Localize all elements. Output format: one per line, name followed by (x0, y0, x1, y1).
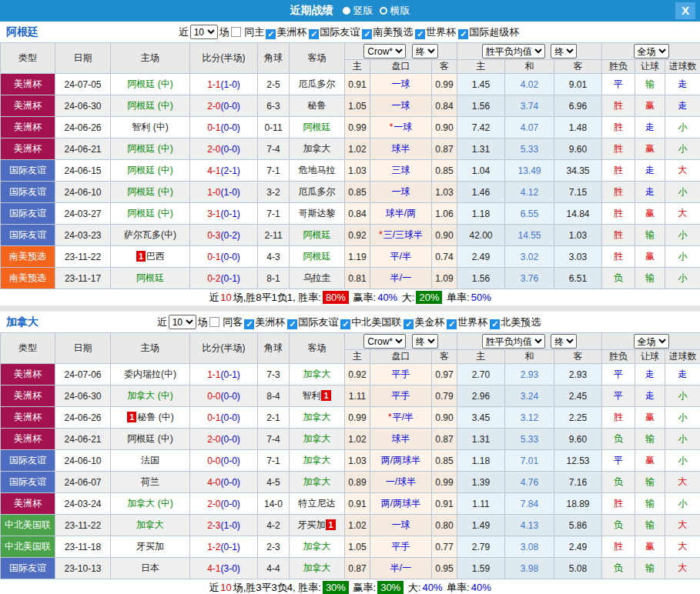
fulltime-score: 1-0 (207, 187, 220, 198)
odds-final-select[interactable]: 终 (412, 334, 438, 349)
recent-count-select[interactable]: 10 (190, 25, 218, 39)
home-team-name: 阿根廷 (中) (127, 143, 172, 154)
league-filter-label: 中北美国联 (351, 316, 401, 328)
mean-home-cell: 1.56 (457, 95, 505, 117)
summary-segment: 40% (471, 582, 491, 593)
league-filter[interactable]: ✓中北美国联 (340, 316, 401, 328)
mean-select[interactable]: 胜平负均值 (482, 334, 545, 349)
recent-label: 近 (179, 25, 189, 39)
fullmatch-group-header: 全场 (602, 43, 700, 60)
match-row: 南美预选23-11-221巴西0-1(0-0)4-3阿根廷1.19平/半0.74… (1, 246, 700, 268)
fullmatch-select[interactable]: 全场 (634, 44, 669, 58)
away-odds-cell: 0.85 (432, 160, 457, 182)
vertical-layout-radio[interactable] (343, 7, 350, 15)
summary-segment: 20% (416, 291, 442, 304)
summary-segment: 30% (377, 581, 404, 594)
checkbox-checked-icon[interactable]: ✓ (266, 29, 276, 39)
same-venue-filter[interactable]: 同主 (231, 25, 265, 39)
checkbox-checked-icon[interactable]: ✓ (415, 29, 425, 39)
league-filter-label: 世界杯 (457, 316, 487, 328)
home-team-cell: 1秘鲁 (中) (111, 407, 190, 429)
league-filter[interactable]: ✓美金杯 (404, 316, 444, 328)
halftime-score: (0-0) (221, 122, 240, 133)
checkbox-checked-icon[interactable]: ✓ (362, 29, 372, 39)
handicap-result-cell: 走 (635, 385, 665, 407)
away-team-name: 加拿大 (303, 412, 331, 422)
home-team-name: 日本 (141, 562, 159, 573)
away-odds-cell: 1.09 (432, 268, 457, 289)
home-team-name: 加拿大 (中) (127, 390, 172, 401)
bookmaker-select[interactable]: Crow* (363, 334, 406, 349)
away-team-cell: 加拿大 (290, 472, 345, 493)
league-filter[interactable]: ✓美洲杯 (244, 316, 285, 328)
result-cell: 胜 (602, 203, 635, 225)
checkbox-checked-icon[interactable]: ✓ (447, 319, 457, 329)
fullmatch-select[interactable]: 全场 (634, 334, 669, 349)
league-filter[interactable]: ✓世界杯 (415, 26, 456, 38)
league-filter[interactable]: ✓美洲杯 (266, 26, 306, 38)
fulltime-score: 2-0 (207, 499, 220, 509)
team-section: 加拿大 近 10 场 同客 ✓美洲杯✓国际友谊✓中北美国联✓美金杯✓世界杯✓北美… (0, 312, 700, 594)
same-venue-filter[interactable]: 同客 (209, 315, 243, 329)
league-filter[interactable]: ✓南美预选 (362, 26, 413, 38)
league-filter[interactable]: ✓北美预选 (490, 316, 541, 328)
checkbox-icon[interactable] (209, 317, 219, 327)
checkbox-checked-icon[interactable]: ✓ (490, 319, 500, 329)
league-filter[interactable]: ✓国际友谊 (309, 26, 360, 38)
home-odds-cell: 1.11 (345, 385, 370, 407)
mean-away-cell: 14.84 (554, 203, 602, 225)
vertical-layout-label[interactable]: 竖版 (353, 4, 373, 18)
goals-result-cell: 小 (665, 117, 700, 138)
mean-select[interactable]: 胜平负均值 (482, 44, 545, 58)
match-row: 美洲杯24-03-24加拿大 (中)2-0(0-0)14-0特立尼达0.91两/… (1, 493, 700, 515)
away-team-name: 加拿大 (303, 541, 331, 552)
handicap-cell: 平手 (370, 536, 432, 558)
checkbox-checked-icon[interactable]: ✓ (309, 29, 319, 39)
fulltime-score: 4-1 (207, 165, 220, 176)
home-team-name: 阿根廷 (中) (127, 78, 172, 89)
close-button[interactable]: X (675, 2, 695, 19)
mean-away-cell: 7.16 (554, 472, 602, 493)
page-title: 近期战绩 (290, 4, 333, 18)
checkbox-checked-icon[interactable]: ✓ (404, 319, 414, 329)
handicap-result-cell: 输 (635, 225, 665, 246)
goals-result-cell: 小 (665, 246, 700, 268)
score-cell: 4-0(0-0) (190, 472, 258, 493)
league-filter[interactable]: ✓国际超级杯 (458, 26, 519, 38)
away-odds-cell: 0.74 (432, 246, 457, 268)
match-type-badge: 美洲杯 (1, 364, 55, 385)
horizontal-layout-radio[interactable] (380, 7, 387, 15)
mean-home-cell: 1.56 (457, 268, 505, 289)
goals-result-cell: 小 (665, 225, 700, 246)
checkbox-checked-icon[interactable]: ✓ (458, 29, 468, 39)
checkbox-checked-icon[interactable]: ✓ (244, 319, 254, 329)
checkbox-checked-icon[interactable]: ✓ (340, 319, 350, 329)
league-filter[interactable]: ✓世界杯 (447, 316, 487, 328)
match-row: 美洲杯24-06-26智利 (中)0-1(0-0)0-11阿根廷0.99*一球0… (1, 117, 700, 138)
match-type-badge: 美洲杯 (1, 138, 55, 160)
league-filter[interactable]: ✓国际友谊 (287, 316, 338, 328)
checkbox-icon[interactable] (231, 27, 241, 37)
home-team-name: 阿根廷 (中) (127, 100, 172, 111)
summary-segment: 30% (323, 581, 349, 594)
mean-away-cell: 2.49 (554, 536, 602, 558)
handicap-result-cell: 走 (635, 117, 665, 138)
horizontal-layout-label[interactable]: 横版 (390, 4, 410, 18)
bookmaker-select[interactable]: Crow* (363, 44, 406, 58)
checkbox-checked-icon[interactable]: ✓ (287, 319, 297, 329)
sub-header-mean-away: 客 (554, 350, 602, 364)
odds-final-select[interactable]: 终 (412, 44, 438, 58)
mean-final-select[interactable]: 终 (551, 44, 577, 58)
handicap-cell: 平手 (370, 385, 432, 407)
handicap-result-cell: 输 (635, 472, 665, 493)
fulltime-score: 0-0 (207, 391, 220, 402)
away-team-cell: 厄瓜多尔 (290, 74, 345, 95)
mean-away-cell: 7.15 (554, 182, 602, 203)
mean-final-select[interactable]: 终 (551, 334, 577, 349)
recent-count-select[interactable]: 10 (169, 315, 196, 329)
handicap-cell: 球半/两 (370, 203, 432, 225)
col-header-corner: 角球 (258, 43, 290, 74)
corner-cell: 7-1 (258, 450, 290, 472)
sub-header-odds-away: 客 (432, 350, 457, 364)
date-cell: 24-03-27 (55, 203, 111, 225)
